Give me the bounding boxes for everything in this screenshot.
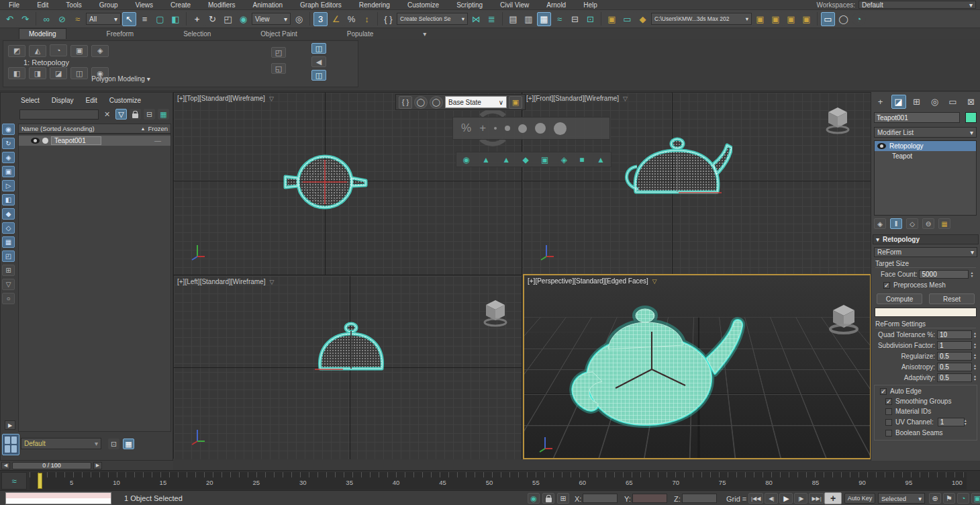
auto-edge-checkbox[interactable]: ✓ (880, 388, 887, 395)
menu-animation[interactable]: Animation (244, 0, 291, 10)
ribbon-tab-object-paint[interactable]: Object Paint (251, 29, 306, 39)
pick-parent-icon[interactable]: ⊟ (144, 109, 155, 120)
ribbon-side-icon[interactable]: ◱ (271, 63, 286, 74)
x-field[interactable] (583, 494, 618, 503)
viewport-top-label[interactable]: [+][Top][Standard][Wireframe] ▽ (177, 95, 274, 102)
visibility-eye-icon[interactable] (31, 138, 40, 144)
mini-curve-editor-icon[interactable]: ≈ (1, 472, 27, 490)
percent-icon[interactable]: % (461, 122, 471, 135)
render-preset-4-icon[interactable]: ▣ (799, 12, 814, 26)
select-and-place-icon[interactable]: ◉ (236, 12, 250, 26)
spinner-snap-icon[interactable]: ↕ (360, 12, 374, 26)
brush-size-dot[interactable] (505, 126, 510, 131)
filter-funnel-icon[interactable]: ▽ (269, 279, 274, 285)
select-and-rotate-icon[interactable]: ↻ (205, 12, 219, 26)
adaptivity-field[interactable]: 0.5 (937, 373, 972, 382)
orbit-icon[interactable]: ◔ (957, 493, 969, 504)
align-icon[interactable]: ≣ (485, 12, 499, 26)
menu-scripting[interactable]: Scripting (448, 0, 491, 10)
toggle-helpers-icon[interactable]: ▷ (2, 180, 15, 191)
overlay-tool-icon[interactable]: ◈ (561, 155, 567, 165)
object-color-swatch[interactable] (965, 112, 977, 123)
menu-group[interactable]: Group (91, 0, 127, 10)
project-path-dropdown[interactable]: C:\Users\KMW...3ds Max 202 ▾ (651, 13, 752, 25)
key-filter-dropdown[interactable]: Selected ▾ (878, 493, 925, 504)
arnold-render-icon[interactable]: ◔ (852, 12, 866, 26)
teapot-object-top-view[interactable] (280, 146, 370, 219)
overlay-tool-icon[interactable]: ▲ (482, 155, 490, 165)
prev-frame-arrow[interactable]: ◀ (1, 462, 10, 469)
coordinate-display-icon[interactable]: ⊞ (557, 493, 569, 504)
viewport-front-label[interactable]: [+][Front][Standard][Wireframe] ▽ (526, 95, 628, 102)
menu-rendering[interactable]: Rendering (350, 0, 399, 10)
render-history-icon[interactable]: ◯ (836, 12, 850, 26)
explorer-preset-dropdown[interactable]: Default ▾ (21, 438, 101, 449)
explorer-pin-icon[interactable]: ⊡ (108, 439, 119, 449)
use-pivot-center-icon[interactable]: ◎ (292, 12, 306, 26)
tab-modify[interactable]: ◪ (891, 95, 906, 109)
timeline-ruler[interactable]: ≈ 510 1520 2530 3540 4550 5560 6570 7580… (0, 470, 980, 490)
go-to-end-button[interactable]: ▶▶| (809, 493, 824, 504)
overlay-tool-icon[interactable]: ▣ (541, 155, 548, 165)
render-preset-1-icon[interactable]: ▣ (753, 12, 767, 26)
previous-frame-button[interactable]: ◀| (765, 493, 778, 504)
overlay-tool-icon[interactable]: ■ (579, 155, 584, 165)
tab-motion[interactable]: ◎ (928, 95, 942, 109)
list-item-teapot001[interactable]: Teapot001 — (19, 136, 170, 146)
brush-size-dot[interactable] (494, 127, 497, 130)
overlay-tool-icon[interactable]: ◆ (522, 155, 528, 165)
bind-to-spacewarp-icon[interactable]: ≈ (70, 12, 85, 26)
tab-utilities[interactable]: ⊠ (964, 95, 979, 109)
overlay-tool-icon[interactable]: ◉ (462, 155, 469, 165)
anisotropy-spinner[interactable]: ▴▾ (974, 364, 976, 371)
maxscript-mini-listener[interactable] (5, 492, 111, 504)
frozen-toggle[interactable]: — (154, 137, 161, 144)
workspace-dropdown[interactable]: Default ▾ (859, 1, 976, 9)
subdivision-factor-spinner[interactable]: ▴▾ (974, 342, 976, 349)
curve-editor-icon[interactable]: ≈ (552, 12, 567, 26)
menu-views[interactable]: Views (127, 0, 162, 10)
toggle-cameras-icon[interactable]: ▣ (2, 166, 15, 177)
ribbon-tab-freeform[interactable]: Freeform (97, 29, 144, 39)
explorer-object-list[interactable]: Teapot001 — (18, 134, 171, 432)
undo-icon[interactable]: ↶ (3, 12, 17, 26)
viewport-left-label[interactable]: [+][Left][Standard][Wireframe] ▽ (177, 278, 274, 285)
base-object-name[interactable]: Teapot (892, 152, 912, 160)
tab-display[interactable]: ▭ (946, 95, 961, 109)
polygon-modeling-footer[interactable]: Polygon Modeling ▾ (20, 75, 222, 83)
viewport-perspective[interactable]: [+][Perspective][Standard][Edged Faces] … (523, 274, 871, 459)
search-input[interactable] (19, 109, 99, 120)
menu-edit[interactable]: Edit (28, 0, 57, 10)
select-by-name-icon[interactable]: ≡ (138, 12, 152, 26)
modifier-stack[interactable]: Retopology Teapot (874, 140, 977, 216)
uv-channel-spinner[interactable]: ▴▾ (965, 419, 967, 426)
render-production-icon[interactable]: ◆ (636, 12, 650, 26)
render-preset-3-icon[interactable]: ▣ (784, 12, 798, 26)
viewport-left[interactable]: [+][Left][Standard][Wireframe] ▽ (174, 276, 522, 459)
edit-named-selection-icon[interactable]: { } (381, 12, 395, 26)
show-end-result-icon[interactable]: ‖ (890, 218, 902, 229)
menu-graph-editors[interactable]: Graph Editors (291, 0, 350, 10)
toggle-bones-icon[interactable]: ▦ (2, 236, 15, 248)
stack-item-teapot[interactable]: Teapot (875, 151, 976, 161)
snaps-toggle-icon[interactable]: 3 (313, 12, 328, 26)
time-slider-handle[interactable] (38, 473, 42, 489)
name-column-header[interactable]: Name (Sorted Ascending) (21, 125, 138, 132)
ribbon-stack-icon[interactable]: ◀ (311, 56, 326, 67)
filter-funnel-icon[interactable]: ▽ (652, 278, 657, 285)
save-state-icon[interactable]: ▣ (509, 96, 522, 109)
toggle-ribbon-icon[interactable]: ▦ (537, 12, 551, 26)
rollout-header[interactable]: ▾ Retopology (873, 234, 979, 244)
viewcube[interactable] (481, 297, 509, 328)
toggle-materials-icon[interactable]: ⊞ (2, 265, 15, 276)
overlay-tool-icon[interactable]: ▲ (502, 155, 510, 165)
brush-size-dot[interactable] (554, 122, 567, 135)
toggle-geometry-icon[interactable]: ◉ (2, 124, 15, 135)
unlink-selection-icon[interactable]: ⊘ (55, 12, 69, 26)
viewport-layout-button[interactable] (2, 434, 19, 455)
reference-coordinate-dropdown[interactable]: View ▾ (252, 13, 291, 25)
render-setup-icon[interactable]: ▣ (605, 12, 619, 26)
modifier-list-dropdown[interactable]: Modifier List ▾ (874, 127, 977, 138)
pin-stack-icon[interactable]: ◈ (874, 218, 886, 229)
material-ids-checkbox[interactable] (885, 408, 892, 415)
